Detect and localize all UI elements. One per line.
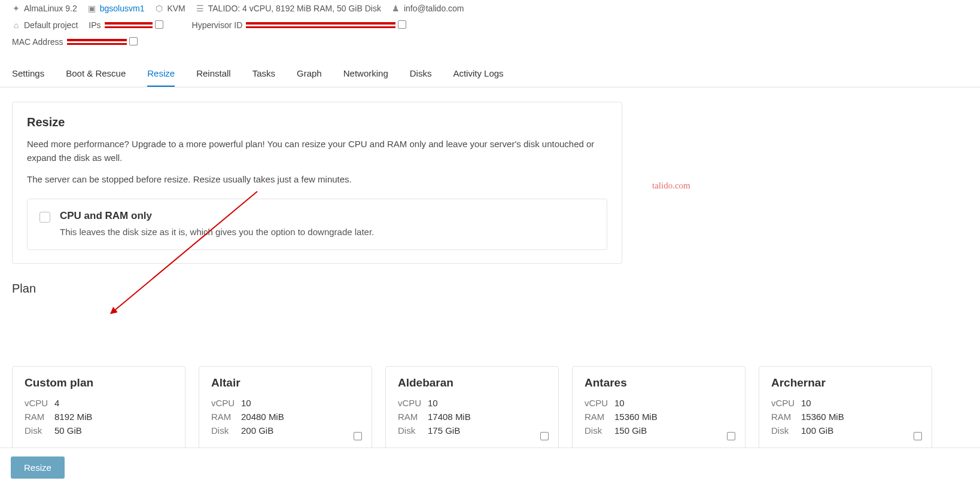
copy-icon[interactable] [915, 433, 922, 440]
tabs-nav: Settings Boot & Rescue Resize Reinstall … [0, 61, 980, 87]
plan-card[interactable]: AltairvCPU10RAM20480 MiBDisk200 GiB [199, 366, 372, 451]
redacted-hypervisor [246, 22, 395, 28]
meta-project: ⌂ Default project [12, 20, 78, 30]
tab-disks[interactable]: Disks [410, 61, 432, 87]
meta-specs: ☰ TALIDO: 4 vCPU, 8192 MiB RAM, 50 GiB D… [196, 4, 381, 13]
spec-value: 10 [241, 398, 251, 408]
plan-card[interactable]: Custom planvCPU4RAM8192 MiBDisk50 GiB [12, 366, 185, 451]
meta-project-text: Default project [24, 20, 78, 30]
spec-value: 10 [614, 398, 625, 408]
tab-boot-rescue[interactable]: Boot & Rescue [66, 61, 126, 87]
meta-hyp-label: Hypervisor ID [192, 20, 243, 30]
plan-name: Custom plan [25, 376, 173, 389]
tab-resize[interactable]: Resize [147, 61, 175, 87]
cpu-ram-only-desc: This leaves the disk size as it is, whic… [60, 226, 374, 239]
spec-value: 200 GiB [241, 425, 273, 436]
os-icon: ✦ [12, 4, 20, 13]
spec-value: 50 GiB [54, 425, 82, 436]
meta-virt: ⬡ KVM [155, 4, 185, 13]
copy-icon[interactable] [355, 433, 362, 440]
resize-desc: Need more performance? Upgrade to a more… [27, 138, 607, 165]
spec-label: Disk [585, 425, 614, 436]
plans-row: Custom planvCPU4RAM8192 MiBDisk50 GiBAlt… [12, 366, 921, 451]
meta-specs-text: TALIDO: 4 vCPU, 8192 MiB RAM, 50 GiB Dis… [208, 4, 381, 13]
copy-icon[interactable] [399, 22, 406, 29]
resize-warning: The server can be stopped before resize.… [27, 173, 607, 187]
redacted-ip [105, 22, 153, 28]
copy-icon[interactable] [728, 433, 735, 440]
spec-value: 10 [428, 398, 438, 408]
spec-label: Disk [771, 425, 801, 436]
tab-tasks[interactable]: Tasks [252, 61, 275, 87]
meta-virt-text: KVM [167, 4, 185, 13]
plan-card[interactable]: ArchernarvCPU10RAM15360 MiBDisk100 GiB [759, 366, 932, 451]
meta-ips: IPs [89, 20, 163, 30]
spec-label: Disk [398, 425, 428, 436]
plan-name: Archernar [771, 376, 920, 389]
spec-label: vCPU [25, 398, 54, 408]
meta-hostname-text[interactable]: bgsolusvm1 [100, 4, 145, 13]
spec-label: RAM [585, 412, 614, 422]
tab-graph[interactable]: Graph [297, 61, 322, 87]
tab-networking[interactable]: Networking [343, 61, 388, 87]
copy-icon[interactable] [156, 22, 163, 29]
spec-value: 150 GiB [614, 425, 647, 436]
specs-icon: ☰ [196, 4, 205, 13]
meta-os-text: AlmaLinux 9.2 [24, 4, 77, 13]
watermark: talido.com [652, 181, 690, 191]
meta-row-3: MAC Address [0, 34, 980, 50]
plan-name: Antares [585, 376, 733, 389]
meta-ips-label: IPs [89, 20, 101, 30]
tab-activity-logs[interactable]: Activity Logs [453, 61, 503, 87]
spec-label: vCPU [771, 398, 801, 408]
spec-label: vCPU [585, 398, 614, 408]
spec-value: 15360 MiB [614, 412, 658, 422]
resize-button[interactable]: Resize [11, 456, 65, 479]
tab-settings[interactable]: Settings [12, 61, 44, 87]
cpu-ram-only-title: CPU and RAM only [60, 210, 374, 222]
spec-value: 8192 MiB [54, 412, 92, 422]
footer-bar: Resize [0, 448, 980, 487]
meta-mac-label: MAC Address [12, 37, 63, 47]
server-icon: ▣ [88, 4, 96, 13]
spec-value: 17408 MiB [428, 412, 471, 422]
spec-label: RAM [398, 412, 428, 422]
plan-card[interactable]: AldebaranvCPU10RAM17408 MiBDisk175 GiB [385, 366, 559, 451]
meta-hostname[interactable]: ▣ bgsolusvm1 [88, 4, 145, 13]
plan-name: Aldebaran [398, 376, 546, 389]
plan-name: Altair [211, 376, 360, 389]
spec-label: vCPU [211, 398, 241, 408]
meta-hypervisor: Hypervisor ID [192, 20, 407, 30]
spec-label: vCPU [398, 398, 428, 408]
spec-value: 10 [801, 398, 811, 408]
meta-email-text: info@talido.com [404, 4, 464, 13]
cpu-ram-only-card[interactable]: CPU and RAM only This leaves the disk si… [27, 199, 607, 251]
cube-icon: ⬡ [155, 4, 163, 13]
spec-value: 4 [54, 398, 59, 408]
spec-value: 20480 MiB [241, 412, 284, 422]
resize-title: Resize [27, 115, 607, 129]
copy-icon[interactable] [541, 433, 549, 440]
user-icon: ♟ [392, 4, 400, 13]
cpu-ram-only-checkbox[interactable] [39, 212, 50, 223]
resize-card: Resize Need more performance? Upgrade to… [12, 102, 622, 264]
meta-mac: MAC Address [12, 37, 138, 47]
spec-label: RAM [211, 412, 241, 422]
spec-value: 175 GiB [428, 425, 460, 436]
spec-label: Disk [25, 425, 54, 436]
copy-icon[interactable] [130, 38, 138, 45]
meta-row-2: ⌂ Default project IPs Hypervisor ID [0, 17, 980, 34]
meta-os: ✦ AlmaLinux 9.2 [12, 4, 77, 13]
spec-value: 15360 MiB [801, 412, 844, 422]
meta-email: ♟ info@talido.com [392, 4, 464, 13]
spec-label: RAM [25, 412, 54, 422]
plan-card[interactable]: AntaresvCPU10RAM15360 MiBDisk150 GiB [572, 366, 745, 451]
plan-section-title: Plan [12, 282, 622, 296]
spec-value: 100 GiB [801, 425, 833, 436]
redacted-mac [67, 39, 127, 45]
spec-label: Disk [211, 425, 241, 436]
meta-row-1: ✦ AlmaLinux 9.2 ▣ bgsolusvm1 ⬡ KVM ☰ TAL… [0, 0, 980, 17]
spec-label: RAM [771, 412, 801, 422]
tab-reinstall[interactable]: Reinstall [196, 61, 231, 87]
project-icon: ⌂ [12, 21, 20, 29]
